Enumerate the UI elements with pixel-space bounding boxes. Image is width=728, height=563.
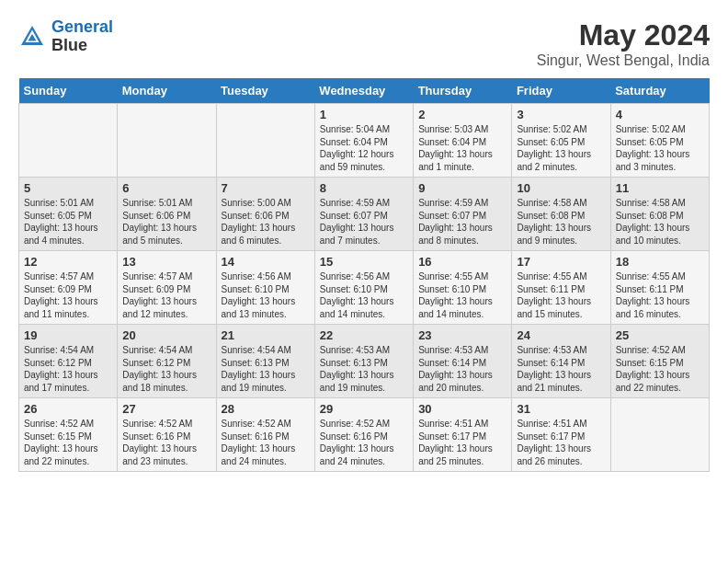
cell-info: Sunrise: 5:00 AM Sunset: 6:06 PM Dayligh… — [222, 197, 310, 247]
cell-info: Sunrise: 4:54 AM Sunset: 6:13 PM Dayligh… — [222, 344, 310, 394]
cell-info: Sunrise: 4:52 AM Sunset: 6:15 PM Dayligh… — [24, 418, 112, 467]
cell-info: Sunrise: 4:51 AM Sunset: 6:17 PM Dayligh… — [418, 418, 506, 467]
cell-info: Sunrise: 5:02 AM Sunset: 6:05 PM Dayligh… — [517, 123, 605, 173]
day-number: 19 — [24, 328, 112, 342]
weekday-header: Saturday — [610, 78, 709, 104]
calendar-cell: 5Sunrise: 5:01 AM Sunset: 6:05 PM Daylig… — [19, 178, 118, 251]
calendar-cell: 23Sunrise: 4:53 AM Sunset: 6:14 PM Dayli… — [414, 325, 512, 398]
cell-info: Sunrise: 4:59 AM Sunset: 6:07 PM Dayligh… — [320, 197, 408, 247]
calendar-cell: 2Sunrise: 5:03 AM Sunset: 6:04 PM Daylig… — [414, 104, 512, 178]
cell-info: Sunrise: 4:55 AM Sunset: 6:10 PM Dayligh… — [418, 270, 506, 320]
day-number: 25 — [616, 328, 704, 342]
weekday-header: Friday — [512, 78, 610, 104]
cell-info: Sunrise: 4:54 AM Sunset: 6:12 PM Dayligh… — [122, 344, 210, 394]
day-number: 22 — [320, 328, 408, 342]
day-number: 16 — [418, 255, 506, 269]
day-number: 29 — [320, 402, 408, 416]
cell-info: Sunrise: 4:58 AM Sunset: 6:08 PM Dayligh… — [616, 197, 704, 247]
calendar-cell: 9Sunrise: 4:59 AM Sunset: 6:07 PM Daylig… — [414, 178, 512, 251]
day-number: 18 — [616, 255, 704, 269]
calendar-week-row: 1Sunrise: 5:04 AM Sunset: 6:04 PM Daylig… — [19, 104, 710, 178]
cell-info: Sunrise: 4:59 AM Sunset: 6:07 PM Dayligh… — [418, 197, 506, 247]
calendar-cell: 8Sunrise: 4:59 AM Sunset: 6:07 PM Daylig… — [314, 178, 413, 251]
calendar-cell: 12Sunrise: 4:57 AM Sunset: 6:09 PM Dayli… — [19, 251, 118, 325]
calendar-cell: 4Sunrise: 5:02 AM Sunset: 6:05 PM Daylig… — [610, 104, 709, 178]
cell-info: Sunrise: 5:01 AM Sunset: 6:05 PM Dayligh… — [24, 197, 112, 247]
calendar-cell: 22Sunrise: 4:53 AM Sunset: 6:13 PM Dayli… — [314, 325, 413, 398]
calendar-week-row: 12Sunrise: 4:57 AM Sunset: 6:09 PM Dayli… — [19, 251, 710, 325]
logo-text: General Blue — [51, 18, 113, 55]
sub-title: Singur, West Bengal, India — [537, 52, 710, 69]
calendar-week-row: 26Sunrise: 4:52 AM Sunset: 6:15 PM Dayli… — [19, 398, 710, 472]
cell-info: Sunrise: 4:53 AM Sunset: 6:14 PM Dayligh… — [517, 344, 605, 394]
cell-info: Sunrise: 4:52 AM Sunset: 6:15 PM Dayligh… — [616, 344, 704, 394]
calendar-week-row: 19Sunrise: 4:54 AM Sunset: 6:12 PM Dayli… — [19, 325, 710, 398]
cell-info: Sunrise: 4:58 AM Sunset: 6:08 PM Dayligh… — [517, 197, 605, 247]
day-number: 26 — [24, 402, 112, 416]
header-row: SundayMondayTuesdayWednesdayThursdayFrid… — [19, 78, 710, 104]
day-number: 17 — [517, 255, 605, 269]
cell-info: Sunrise: 4:53 AM Sunset: 6:13 PM Dayligh… — [320, 344, 408, 394]
day-number: 12 — [24, 255, 112, 269]
cell-info: Sunrise: 4:52 AM Sunset: 6:16 PM Dayligh… — [222, 418, 310, 467]
day-number: 7 — [222, 181, 310, 195]
calendar-cell: 25Sunrise: 4:52 AM Sunset: 6:15 PM Dayli… — [610, 325, 709, 398]
cell-info: Sunrise: 5:01 AM Sunset: 6:06 PM Dayligh… — [122, 197, 210, 247]
weekday-header: Thursday — [414, 78, 512, 104]
day-number: 21 — [222, 328, 310, 342]
calendar-cell: 29Sunrise: 4:52 AM Sunset: 6:16 PM Dayli… — [314, 398, 413, 472]
day-number: 30 — [418, 402, 506, 416]
cell-info: Sunrise: 4:55 AM Sunset: 6:11 PM Dayligh… — [616, 270, 704, 320]
weekday-header: Monday — [118, 78, 216, 104]
day-number: 15 — [320, 255, 408, 269]
title-block: May 2024 Singur, West Bengal, India — [537, 18, 710, 69]
calendar-cell: 16Sunrise: 4:55 AM Sunset: 6:10 PM Dayli… — [414, 251, 512, 325]
cell-info: Sunrise: 5:03 AM Sunset: 6:04 PM Dayligh… — [418, 123, 506, 173]
calendar-body: 1Sunrise: 5:04 AM Sunset: 6:04 PM Daylig… — [19, 104, 710, 472]
calendar-cell: 10Sunrise: 4:58 AM Sunset: 6:08 PM Dayli… — [512, 178, 610, 251]
calendar-cell: 18Sunrise: 4:55 AM Sunset: 6:11 PM Dayli… — [610, 251, 709, 325]
logo-line1: General — [51, 17, 113, 36]
cell-info: Sunrise: 4:56 AM Sunset: 6:10 PM Dayligh… — [320, 270, 408, 320]
day-number: 1 — [320, 108, 408, 121]
day-number: 23 — [418, 328, 506, 342]
day-number: 5 — [24, 181, 112, 195]
calendar-cell: 30Sunrise: 4:51 AM Sunset: 6:17 PM Dayli… — [414, 398, 512, 472]
calendar-cell: 31Sunrise: 4:51 AM Sunset: 6:17 PM Dayli… — [512, 398, 610, 472]
calendar-cell — [118, 104, 216, 178]
day-number: 4 — [616, 108, 704, 121]
day-number: 6 — [122, 181, 210, 195]
calendar-header: SundayMondayTuesdayWednesdayThursdayFrid… — [19, 78, 710, 104]
cell-info: Sunrise: 5:04 AM Sunset: 6:04 PM Dayligh… — [320, 123, 408, 173]
logo-line2: Blue — [51, 37, 113, 55]
weekday-header: Tuesday — [216, 78, 314, 104]
calendar-table: SundayMondayTuesdayWednesdayThursdayFrid… — [18, 78, 710, 472]
cell-info: Sunrise: 4:56 AM Sunset: 6:10 PM Dayligh… — [222, 270, 310, 320]
cell-info: Sunrise: 4:57 AM Sunset: 6:09 PM Dayligh… — [122, 270, 210, 320]
calendar-cell: 14Sunrise: 4:56 AM Sunset: 6:10 PM Dayli… — [216, 251, 314, 325]
calendar-cell: 17Sunrise: 4:55 AM Sunset: 6:11 PM Dayli… — [512, 251, 610, 325]
day-number: 27 — [122, 402, 210, 416]
calendar-cell: 7Sunrise: 5:00 AM Sunset: 6:06 PM Daylig… — [216, 178, 314, 251]
calendar-cell: 28Sunrise: 4:52 AM Sunset: 6:16 PM Dayli… — [216, 398, 314, 472]
calendar-cell: 20Sunrise: 4:54 AM Sunset: 6:12 PM Dayli… — [118, 325, 216, 398]
calendar-cell: 1Sunrise: 5:04 AM Sunset: 6:04 PM Daylig… — [314, 104, 413, 178]
calendar-cell: 3Sunrise: 5:02 AM Sunset: 6:05 PM Daylig… — [512, 104, 610, 178]
calendar-cell: 6Sunrise: 5:01 AM Sunset: 6:06 PM Daylig… — [118, 178, 216, 251]
day-number: 14 — [222, 255, 310, 269]
cell-info: Sunrise: 5:02 AM Sunset: 6:05 PM Dayligh… — [616, 123, 704, 173]
calendar-week-row: 5Sunrise: 5:01 AM Sunset: 6:05 PM Daylig… — [19, 178, 710, 251]
calendar-cell — [19, 104, 118, 178]
cell-info: Sunrise: 4:57 AM Sunset: 6:09 PM Dayligh… — [24, 270, 112, 320]
day-number: 20 — [122, 328, 210, 342]
calendar-cell: 26Sunrise: 4:52 AM Sunset: 6:15 PM Dayli… — [19, 398, 118, 472]
cell-info: Sunrise: 4:51 AM Sunset: 6:17 PM Dayligh… — [517, 418, 605, 467]
calendar-cell: 27Sunrise: 4:52 AM Sunset: 6:16 PM Dayli… — [118, 398, 216, 472]
calendar-cell — [216, 104, 314, 178]
main-title: May 2024 — [537, 18, 710, 52]
calendar-cell: 24Sunrise: 4:53 AM Sunset: 6:14 PM Dayli… — [512, 325, 610, 398]
weekday-header: Wednesday — [314, 78, 413, 104]
calendar-cell: 19Sunrise: 4:54 AM Sunset: 6:12 PM Dayli… — [19, 325, 118, 398]
calendar-cell: 21Sunrise: 4:54 AM Sunset: 6:13 PM Dayli… — [216, 325, 314, 398]
calendar-cell: 15Sunrise: 4:56 AM Sunset: 6:10 PM Dayli… — [314, 251, 413, 325]
